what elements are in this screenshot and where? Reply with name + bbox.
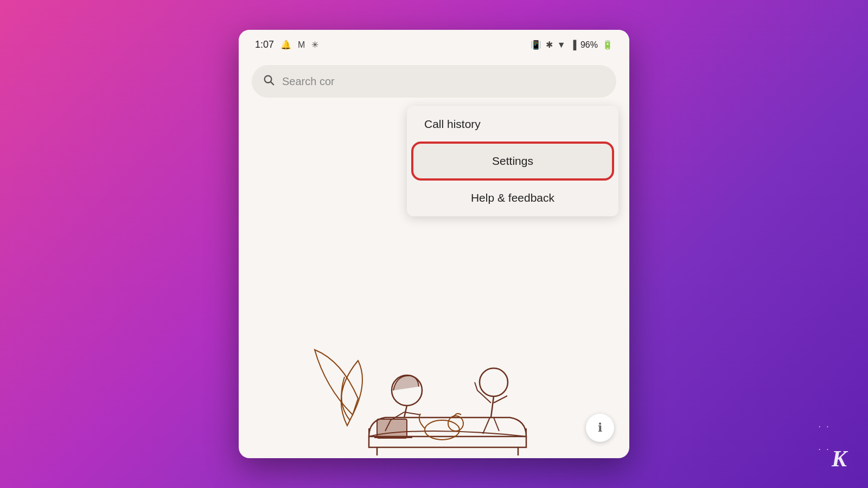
signal-icon: ▐: [570, 40, 576, 50]
menu-item-settings[interactable]: Settings: [413, 144, 612, 178]
dropdown-menu: Call history Settings Help & feedback: [407, 106, 618, 216]
vibrate-icon: 📳: [531, 40, 541, 50]
search-placeholder: Search cor: [282, 75, 335, 88]
logo-k: K: [832, 446, 846, 471]
knowtechie-logo: · ·· ·K: [819, 423, 846, 472]
phone-container: 1:07 🔔 M ✳ 📳 ✱ ▼ ▐ 96% 🔋 Search cor Call…: [239, 30, 629, 458]
status-bar: 1:07 🔔 M ✳ 📳 ✱ ▼ ▐ 96% 🔋: [239, 30, 629, 60]
wifi-icon: ▼: [557, 40, 566, 50]
status-time: 1:07: [255, 39, 274, 50]
svg-line-1: [271, 82, 273, 85]
menu-item-help-feedback[interactable]: Help & feedback: [407, 179, 618, 216]
logo-dots: · ·· ·: [819, 423, 831, 453]
notification-icon: 🔔: [280, 40, 291, 50]
svg-rect-5: [377, 419, 407, 438]
illustration-area: [239, 230, 629, 458]
svg-point-8: [480, 368, 508, 396]
info-button[interactable]: ℹ: [586, 414, 614, 442]
battery-icon: 🔋: [602, 40, 613, 50]
gmail-icon: M: [298, 40, 305, 50]
asterisk-icon: ✳: [311, 40, 318, 50]
menu-item-call-history[interactable]: Call history: [407, 106, 618, 143]
search-bar[interactable]: Search cor: [252, 65, 616, 98]
info-icon: ℹ: [598, 421, 602, 435]
search-icon: [263, 74, 275, 89]
battery-percent: 96%: [580, 40, 598, 50]
bluetooth-icon: ✱: [546, 40, 553, 50]
